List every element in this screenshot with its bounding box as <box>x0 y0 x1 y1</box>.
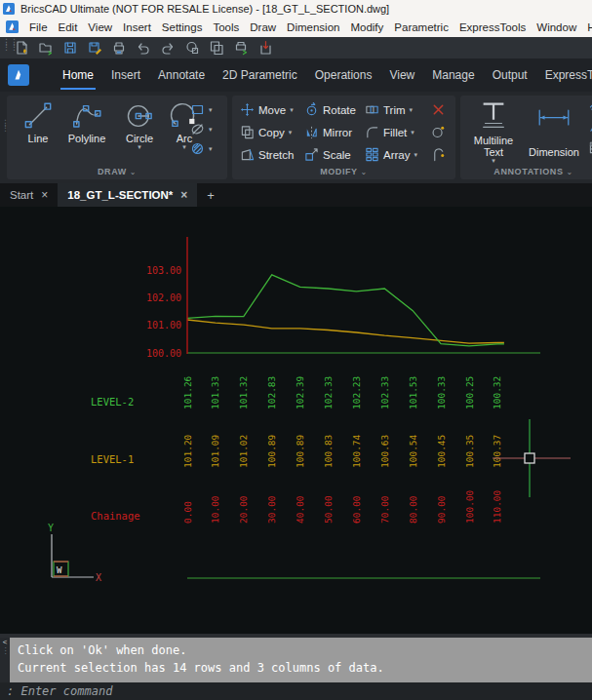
row-value: 70.00 <box>379 495 390 524</box>
row-value: 40.00 <box>295 495 305 524</box>
menu-window[interactable]: Window <box>536 21 576 33</box>
draw-small-hatch[interactable]: ▾ <box>190 141 213 156</box>
save-button[interactable] <box>60 39 79 57</box>
modify-button-offset[interactable] <box>431 125 453 139</box>
draw-button-label: Line <box>28 133 49 144</box>
menu-view[interactable]: View <box>88 21 112 33</box>
ribbon-tab-insert[interactable]: Insert <box>109 60 142 90</box>
annotation-button-mtext[interactable]: MultilineText▾ <box>468 99 519 164</box>
modify-button-scale[interactable]: Scale <box>304 147 365 162</box>
panel-label-modify[interactable]: MODIFY ⌄ <box>232 167 455 176</box>
new-tab-label: + <box>207 188 215 203</box>
menu-dimension[interactable]: Dimension <box>287 21 339 33</box>
modify-button-move[interactable]: Move▾ <box>240 102 304 117</box>
row-value: 101.02 <box>238 435 249 468</box>
draw-button-line[interactable]: Line <box>15 101 61 144</box>
draw-button-polyline[interactable]: Polyline <box>63 101 110 144</box>
dropdown-caret-icon[interactable]: ▾ <box>410 106 414 114</box>
dropdown-caret-icon[interactable]: ▾ <box>492 158 495 164</box>
insert-block-button[interactable] <box>182 39 201 57</box>
dropdown-caret-icon[interactable]: ▾ <box>209 106 213 114</box>
menu-edit[interactable]: Edit <box>59 21 78 33</box>
ribbon-tab-manage[interactable]: Manage <box>430 60 476 90</box>
print-button[interactable] <box>109 39 128 57</box>
menu-settings[interactable]: Settings <box>162 21 203 33</box>
mirror-icon <box>304 125 319 139</box>
panel-label-annotations[interactable]: ANNOTATIONS ⌄ <box>460 167 592 176</box>
draw-button-circle[interactable]: Circle▾ <box>116 101 163 150</box>
ucs-w-label: W <box>57 565 62 575</box>
document-tab-18-gt-l-section-[interactable]: 18_GT_L-SECTION*× <box>58 183 197 207</box>
row-value: 102.33 <box>379 376 390 409</box>
modify-button-revcloud[interactable] <box>431 147 453 162</box>
dropdown-caret-icon[interactable]: ▾ <box>290 106 294 114</box>
panel-label-draw[interactable]: DRAW ⌄ <box>7 167 227 176</box>
save-as-button[interactable] <box>85 39 103 57</box>
dropdown-caret-icon[interactable]: ▾ <box>414 151 417 159</box>
modify-button-copy[interactable]: Copy▾ <box>240 125 304 139</box>
annotation-button-dimension[interactable]: Dimension <box>525 107 583 158</box>
copy-button[interactable] <box>207 39 225 57</box>
menu-modify[interactable]: Modify <box>350 21 383 33</box>
panel-label-text: DRAW <box>98 167 127 176</box>
pickbox[interactable] <box>525 453 534 463</box>
modify-button-label: Stretch <box>258 149 294 161</box>
annotation-button-label: MultilineText <box>474 135 513 158</box>
dropdown-caret-icon[interactable]: ▾ <box>182 144 186 150</box>
ribbon-tab-expresstools[interactable]: ExpressTools <box>543 60 592 90</box>
row-value: 110.00 <box>492 489 502 524</box>
draw-small-ellipse[interactable]: ▾ <box>190 122 213 136</box>
command-panel-handle[interactable]: <⋮ <box>0 638 10 682</box>
application-button[interactable] <box>8 64 29 86</box>
annotation-button-label: Dimension <box>529 146 579 158</box>
modify-button-label: Scale <box>323 149 351 161</box>
command-input-bar[interactable]: : Enter command <box>0 682 592 700</box>
command-history[interactable]: Click on 'Ok' when done. Current selecti… <box>10 638 592 682</box>
erase-icon <box>431 102 446 117</box>
close-icon[interactable]: × <box>180 188 187 202</box>
dropdown-caret-icon[interactable]: ▾ <box>138 144 141 150</box>
open-file-button[interactable] <box>36 39 55 57</box>
ribbon-tab-2d-parametric[interactable]: 2D Parametric <box>220 60 299 90</box>
ribbon-tab-view[interactable]: View <box>387 60 416 90</box>
menu-help[interactable]: Help <box>587 21 592 33</box>
document-tab-start[interactable]: Start× <box>0 183 58 207</box>
ribbon-tab-annotate[interactable]: Annotate <box>156 60 207 90</box>
modify-button-fillet[interactable]: Fillet▾ <box>365 125 431 139</box>
dropdown-caret-icon[interactable]: ▾ <box>209 126 213 134</box>
menu-expresstools[interactable]: ExpressTools <box>459 21 526 33</box>
modify-button-rotate[interactable]: Rotate <box>304 102 365 117</box>
menu-file[interactable]: File <box>29 21 48 33</box>
modify-button-array[interactable]: Array▾ <box>365 147 431 162</box>
row-label: LEVEL-1 <box>91 453 134 465</box>
circle-icon <box>125 101 154 131</box>
ribbon-tab-home[interactable]: Home <box>60 60 96 90</box>
new-tab-button[interactable]: + <box>197 183 224 207</box>
move-icon <box>240 102 255 117</box>
publish-button[interactable] <box>231 39 250 57</box>
modify-button-label: Array <box>383 149 410 161</box>
modify-button-erase[interactable] <box>431 102 453 117</box>
dropdown-caret-icon[interactable]: ▾ <box>411 129 414 136</box>
redo-icon <box>160 40 176 56</box>
menu-parametric[interactable]: Parametric <box>394 21 449 33</box>
redo-button[interactable] <box>158 39 177 57</box>
menu-insert[interactable]: Insert <box>123 21 151 33</box>
ribbon-tab-operations[interactable]: Operations <box>313 60 375 90</box>
drawing-canvas[interactable]: 103.00102.00101.00100.00LEVEL-2101.26101… <box>0 207 592 634</box>
draw-small-rectangle[interactable]: ▾ <box>190 102 213 117</box>
menu-tools[interactable]: Tools <box>213 21 239 33</box>
modify-button-trim[interactable]: Trim▾ <box>365 102 431 117</box>
save-as-icon <box>87 40 102 56</box>
row-value: 100.63 <box>379 435 390 468</box>
modify-button-stretch[interactable]: Stretch <box>240 147 304 162</box>
close-icon[interactable]: × <box>41 188 48 202</box>
undo-button[interactable] <box>134 39 152 57</box>
dropdown-caret-icon[interactable]: ▾ <box>209 145 213 153</box>
menu-draw[interactable]: Draw <box>250 21 276 33</box>
dropdown-caret-icon[interactable]: ▾ <box>289 129 293 136</box>
ribbon-tab-output[interactable]: Output <box>491 60 530 90</box>
export-button[interactable] <box>256 39 274 57</box>
modify-button-mirror[interactable]: Mirror <box>304 125 365 139</box>
toolbar-grip[interactable]: ⋮⋮⋮⋮ <box>2 40 18 50</box>
